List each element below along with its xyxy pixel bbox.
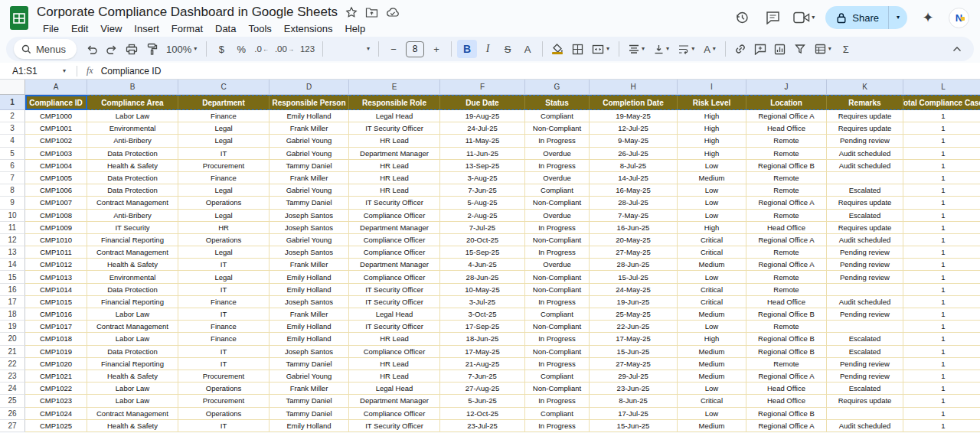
menus-search-button[interactable]: Menus [14,39,77,59]
cell-L26[interactable]: 1 [903,408,980,420]
cell-E18[interactable]: Legal Head [349,308,440,321]
cell-E7[interactable]: HR Lead [349,172,440,184]
cell-H15[interactable]: 15-Jul-25 [590,271,678,283]
cell-G6[interactable]: In Progress [525,160,590,172]
cell-F26[interactable]: 12-Oct-25 [440,408,525,420]
cell-H10[interactable]: 7-May-25 [590,210,678,222]
cell-B19[interactable]: Contract Management [87,321,178,333]
insert-comment-button[interactable] [751,40,769,58]
cell-I19[interactable]: Low [678,321,746,333]
vertical-align-button[interactable]: ▾ [650,40,673,58]
row-header-9[interactable]: 9 [0,197,25,209]
column-header-C[interactable]: C [178,80,270,95]
menu-edit[interactable]: Edit [65,23,94,34]
cell-H20[interactable]: 17-May-25 [590,333,678,345]
cell-K14[interactable]: Pending review [827,259,903,271]
cell-B20[interactable]: Labor Law [87,333,178,345]
cell-K13[interactable]: Pending review [827,246,903,259]
header-cell-G1[interactable]: Status [525,95,590,110]
cell-C12[interactable]: Operations [178,234,270,246]
row-header-14[interactable]: 14 [0,259,25,271]
format-currency-button[interactable]: $ [212,40,230,58]
create-filter-button[interactable] [791,40,809,58]
cell-D6[interactable]: Tammy Daniel [270,160,349,172]
cell-L24[interactable]: 1 [903,383,980,395]
cell-J2[interactable]: Regional Office A [746,110,827,122]
cell-L15[interactable]: 1 [903,271,980,283]
cell-D20[interactable]: Emily Holland [270,333,349,345]
cell-E4[interactable]: HR Lead [349,135,440,147]
cell-F9[interactable]: 5-Aug-25 [440,197,525,209]
cell-D17[interactable]: Joseph Santos [270,296,349,308]
cell-B4[interactable]: Anti-Bribery [87,135,178,147]
row-header-1[interactable]: 1 [0,95,25,110]
cell-J27[interactable]: Regional Office A [746,420,827,432]
row-header-11[interactable]: 11 [0,222,25,234]
header-cell-B1[interactable]: Compliance Area [87,95,178,110]
cell-D16[interactable]: Emily Holland [270,284,349,296]
cell-F5[interactable]: 11-Jun-25 [440,148,525,160]
cell-H24[interactable]: 23-Jun-25 [590,383,678,395]
cell-J19[interactable]: Remote [746,321,827,333]
cell-K6[interactable]: Audit scheduled [827,160,903,172]
cell-C16[interactable]: IT [178,284,270,296]
cell-F21[interactable]: 17-May-25 [440,346,525,358]
cell-D14[interactable]: Frank Miller [270,259,349,271]
cell-G25[interactable]: In Progress [525,395,590,407]
cell-G20[interactable]: In Progress [525,333,590,345]
cell-L8[interactable]: 1 [903,184,980,197]
header-cell-I1[interactable]: Risk Level [678,95,746,110]
gemini-sparkle-icon[interactable]: ✦ [918,8,938,28]
cell-G23[interactable]: Compliant [525,370,590,383]
cell-J10[interactable]: Remote [746,210,827,222]
column-header-I[interactable]: I [678,80,746,95]
cell-L7[interactable]: 1 [903,172,980,184]
cell-G7[interactable]: Overdue [525,172,590,184]
text-rotation-button[interactable]: A ▾ [700,40,720,58]
cell-F2[interactable]: 19-Aug-25 [440,110,525,122]
cell-H19[interactable]: 22-Jun-25 [590,321,678,333]
row-header-25[interactable]: 25 [0,395,25,407]
row-header-26[interactable]: 26 [0,408,25,420]
cell-C15[interactable]: Legal [178,271,270,283]
collapse-toolbar-button[interactable] [948,40,966,58]
cell-L9[interactable]: 1 [903,197,980,209]
cell-A11[interactable]: CMP1009 [25,222,87,234]
fill-color-button[interactable] [548,40,567,58]
row-header-23[interactable]: 23 [0,370,25,383]
cell-L21[interactable]: 1 [903,346,980,358]
cell-K4[interactable]: Pending review [827,135,903,147]
table-views-button[interactable]: ▾ [811,40,835,58]
cell-I4[interactable]: High [678,135,746,147]
cell-C22[interactable]: IT [178,358,270,370]
formula-input[interactable]: Compliance ID [101,66,162,77]
column-header-B[interactable]: B [87,80,178,95]
cell-L6[interactable]: 1 [903,160,980,172]
cell-G17[interactable]: In Progress [525,296,590,308]
share-button[interactable]: Share ▾ [825,6,907,29]
row-header-17[interactable]: 17 [0,296,25,308]
cell-K7[interactable] [827,172,903,184]
cell-I13[interactable]: Critical [678,246,746,259]
menu-data[interactable]: Data [209,23,242,34]
cell-J22[interactable]: Remote [746,358,827,370]
move-to-folder-icon[interactable] [365,7,378,18]
cell-I2[interactable]: High [678,110,746,122]
cell-F12[interactable]: 20-Oct-25 [440,234,525,246]
cell-H14[interactable]: 28-Jun-25 [590,259,678,271]
menu-help[interactable]: Help [338,23,371,34]
cell-D25[interactable]: Tammy Daniel [270,395,349,407]
cell-H3[interactable]: 12-Jul-25 [590,122,678,135]
cell-F17[interactable]: 3-Jul-25 [440,296,525,308]
row-header-5[interactable]: 5 [0,148,25,160]
cell-I25[interactable]: Critical [678,395,746,407]
cell-J24[interactable]: Head Office [746,383,827,395]
cell-I15[interactable]: Low [678,271,746,283]
cell-H2[interactable]: 19-May-25 [590,110,678,122]
cell-B15[interactable]: Environmental [87,271,178,283]
cell-G14[interactable]: Overdue [525,259,590,271]
cell-H26[interactable]: 17-Jul-25 [590,408,678,420]
cell-C9[interactable]: Operations [178,197,270,209]
cell-J21[interactable]: Regional Office B [746,346,827,358]
cell-D12[interactable]: Gabriel Young [270,234,349,246]
